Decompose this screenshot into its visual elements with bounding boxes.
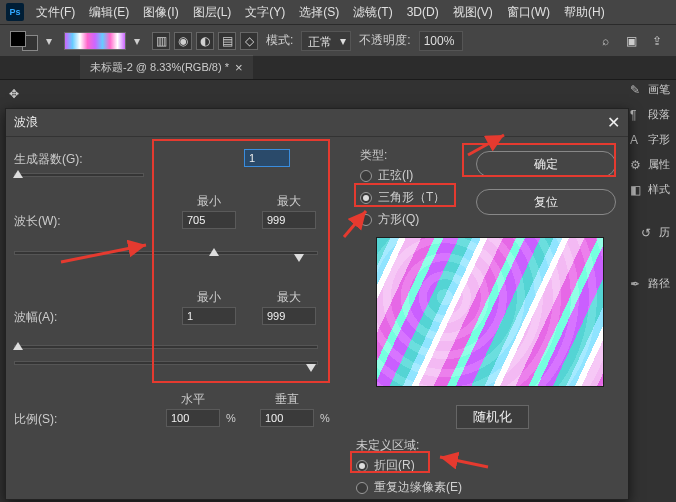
close-icon[interactable]: × [235,60,243,75]
options-bar: ▾ ▾ ▥ ◉ ◐ ▤ ◇ 模式: 正常 ▾ 不透明度: 100% ⌕ ▣ ⇪ [0,24,676,56]
min-header: 最小 [182,193,236,210]
gradient-preview[interactable] [64,32,126,50]
annotation-arrow-4 [434,447,494,477]
pct-label-2: % [320,412,330,424]
gradient-linear-icon[interactable]: ▥ [152,32,170,50]
generators-label: 生成器数(G): [14,151,83,168]
wavelength-label: 波长(W): [14,213,61,230]
panel-paths[interactable]: ✒路径 [622,274,674,293]
scale-label: 比例(S): [14,411,57,428]
type-sine-radio[interactable]: 正弦(I) [360,165,413,186]
menu-window[interactable]: 窗口(W) [501,1,556,24]
ps-logo-icon: Ps [6,3,24,21]
amplitude-max-input[interactable] [262,307,316,325]
amplitude-slider-max[interactable] [14,361,318,365]
scale-h-input[interactable] [166,409,220,427]
dialog-title: 波浪 [14,114,607,131]
amplitude-min-input[interactable] [182,307,236,325]
randomize-button[interactable]: 随机化 [456,405,529,429]
pct-label: % [226,412,236,424]
reset-button[interactable]: 复位 [476,189,616,215]
menu-3d[interactable]: 3D(D) [401,2,445,22]
amplitude-slider[interactable] [14,345,318,349]
wave-filter-dialog: 波浪 ✕ 生成器数(G): 最小 最大 波长(W): 最小 最大 波幅(A): [5,108,629,500]
gradient-angle-icon[interactable]: ◐ [196,32,214,50]
panel-toggle-icon[interactable]: ▣ [622,32,640,50]
menu-layer[interactable]: 图层(L) [187,1,238,24]
panel-glyphs[interactable]: A字形 [622,130,674,149]
panel-properties[interactable]: ⚙属性 [622,155,674,174]
min-header-2: 最小 [182,289,236,306]
menu-view[interactable]: 视图(V) [447,1,499,24]
type-group-label: 类型: [360,147,387,164]
share-icon[interactable]: ⇪ [648,32,666,50]
annotation-arrow-1 [56,227,156,267]
generators-slider[interactable] [14,173,144,177]
menu-file[interactable]: 文件(F) [30,1,81,24]
menu-select[interactable]: 选择(S) [293,1,345,24]
right-panel-strip: ✎画笔 ¶段落 A字形 ⚙属性 ◧样式 ↺历 ✒路径 [622,80,674,293]
search-icon[interactable]: ⌕ [596,32,614,50]
panel-brush[interactable]: ✎画笔 [622,80,674,99]
chevron-down-icon[interactable]: ▾ [46,34,56,48]
gradient-diamond-icon[interactable]: ◇ [240,32,258,50]
document-tab-label: 未标题-2 @ 8.33%(RGB/8) * [90,60,229,75]
type-square-radio[interactable]: 方形(Q) [360,209,419,230]
mode-label: 模式: [266,32,293,49]
horiz-header: 水平 [166,391,220,408]
close-icon[interactable]: ✕ [607,113,620,132]
wavelength-max-input[interactable] [262,211,316,229]
document-tab-bar: 未标题-2 @ 8.33%(RGB/8) * × [0,56,676,80]
svg-line-3 [440,457,488,467]
repeat-edge-radio[interactable]: 重复边缘像素(E) [356,477,462,498]
document-tab[interactable]: 未标题-2 @ 8.33%(RGB/8) * × [80,55,253,79]
opacity-label: 不透明度: [359,32,410,49]
chevron-down-icon[interactable]: ▾ [134,34,144,48]
wave-preview [376,237,604,387]
menu-bar: Ps 文件(F) 编辑(E) 图像(I) 图层(L) 文字(Y) 选择(S) 滤… [0,0,676,24]
type-triangle-radio[interactable]: 三角形（T） [360,187,445,208]
panel-history[interactable]: ↺历 [622,223,674,242]
panel-paragraph[interactable]: ¶段落 [622,105,674,124]
menu-help[interactable]: 帮助(H) [558,1,611,24]
generators-input[interactable] [244,149,290,167]
move-tool-icon[interactable]: ✥ [4,84,24,104]
mode-select[interactable]: 正常 ▾ [301,31,351,51]
max-header-2: 最大 [262,289,316,306]
ok-button[interactable]: 确定 [476,151,616,177]
menu-type[interactable]: 文字(Y) [239,1,291,24]
max-header: 最大 [262,193,316,210]
menu-filter[interactable]: 滤镜(T) [347,1,398,24]
panel-styles[interactable]: ◧样式 [622,180,674,199]
gradient-reflected-icon[interactable]: ▤ [218,32,236,50]
foreground-background-swatch[interactable] [10,31,38,51]
menu-image[interactable]: 图像(I) [137,1,184,24]
scale-v-input[interactable] [260,409,314,427]
menu-edit[interactable]: 编辑(E) [83,1,135,24]
wavelength-min-input[interactable] [182,211,236,229]
amplitude-label: 波幅(A): [14,309,57,326]
opacity-field[interactable]: 100% [419,31,463,51]
dialog-titlebar[interactable]: 波浪 ✕ [6,109,628,137]
wrap-radio[interactable]: 折回(R) [356,455,415,476]
vert-header: 垂直 [260,391,314,408]
undefined-group-label: 未定义区域: [356,437,419,454]
gradient-type-icons: ▥ ◉ ◐ ▤ ◇ [152,32,258,50]
gradient-radial-icon[interactable]: ◉ [174,32,192,50]
wavelength-slider[interactable] [14,251,318,255]
